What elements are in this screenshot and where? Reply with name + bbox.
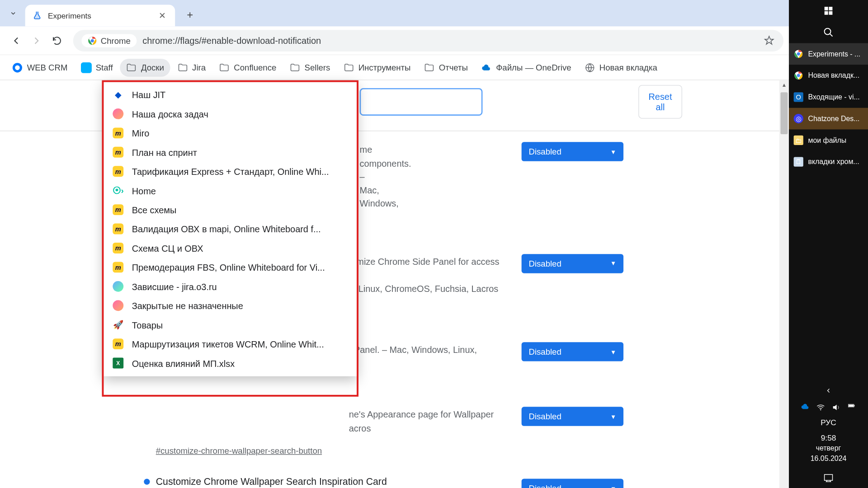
bookmark-label: WEB CRM bbox=[27, 63, 68, 72]
dropdown-item[interactable]: ◆Наш JIT bbox=[103, 85, 357, 104]
dropdown-item-label: Маршрутизация тикетов WCRM, Online Whit.… bbox=[132, 339, 324, 349]
onedrive-tray-icon[interactable] bbox=[800, 403, 810, 412]
volume-tray-icon[interactable] bbox=[831, 403, 841, 412]
taskbar-item[interactable]: OВходящие - vi... bbox=[789, 86, 868, 108]
bookmark-item[interactable]: Sellers bbox=[283, 58, 336, 76]
taskbar-item[interactable]: Новая вкладк... bbox=[789, 65, 868, 86]
site-icon bbox=[81, 62, 92, 73]
site-chip[interactable]: Chrome bbox=[81, 34, 137, 47]
dropdown-item[interactable]: mМаршрутизация тикетов WCRM, Online Whit… bbox=[103, 334, 357, 353]
dropdown-item[interactable]: Наша доска задач bbox=[103, 104, 357, 123]
folder-icon: 🗀 bbox=[794, 136, 803, 145]
flag-title: Customize Chrome Wallpaper Search Inspir… bbox=[156, 476, 387, 487]
taskbar-item[interactable]: ◎Chatzone Des... bbox=[789, 108, 868, 130]
tabs-dropdown-button[interactable] bbox=[5, 5, 22, 22]
search-button[interactable] bbox=[789, 22, 868, 43]
svg-point-13 bbox=[825, 28, 831, 35]
jira-icon: ◆ bbox=[113, 89, 123, 100]
dropdown-item[interactable]: mПлан на спринт bbox=[103, 143, 357, 162]
scroll-up-icon[interactable]: ▲ bbox=[779, 80, 789, 90]
bookmark-label: Sellers bbox=[305, 63, 330, 72]
bookmarks-folder-dropdown: ◆Наш JITНаша доска задачmMiromПлан на сп… bbox=[103, 81, 357, 376]
svg-point-19 bbox=[820, 409, 821, 410]
wifi-tray-icon[interactable] bbox=[816, 403, 826, 412]
dropdown-item-label: Схема СЦ и ОВХ bbox=[132, 243, 203, 253]
bookmark-item[interactable]: Файлы — OneDrive bbox=[475, 58, 577, 76]
dropdown-item-label: Наш JIT bbox=[132, 89, 166, 100]
reload-button[interactable] bbox=[47, 30, 67, 51]
site-icon bbox=[113, 281, 123, 292]
folder-icon bbox=[344, 62, 354, 73]
bookmark-label: Confluence bbox=[234, 63, 276, 72]
reset-all-button[interactable]: Reset all bbox=[638, 85, 682, 118]
dropdown-item[interactable]: Зависшие - jira.o3.ru bbox=[103, 277, 357, 296]
svg-rect-11 bbox=[825, 11, 828, 15]
miro-icon: m bbox=[113, 338, 123, 349]
svg-rect-22 bbox=[849, 405, 854, 407]
dropdown-item-label: Товары bbox=[132, 319, 163, 330]
dropdown-item[interactable]: Закрытые не назначенные bbox=[103, 296, 357, 315]
flag-anchor-link[interactable]: #customize-chrome-wallpaper-search-butto… bbox=[144, 446, 322, 455]
miro-icon: m bbox=[113, 166, 123, 177]
tab-close-button[interactable]: ✕ bbox=[157, 10, 168, 21]
taskbar-item[interactable]: 🗀мои файлы bbox=[789, 129, 868, 151]
new-tab-button[interactable]: + bbox=[181, 6, 199, 24]
flag-state-select[interactable]: Disabled▼ bbox=[522, 407, 623, 426]
dropdown-item-label: Зависшие - jira.o3.ru bbox=[132, 282, 217, 292]
address-bar[interactable]: Chrome chrome://flags/#enable-download-n… bbox=[73, 30, 783, 52]
bookmark-item[interactable]: Новая вкладка bbox=[578, 58, 663, 76]
bookmark-item[interactable]: WEB CRM bbox=[6, 58, 73, 76]
taskbar-item-label: Новая вкладк... bbox=[808, 71, 859, 80]
start-button[interactable] bbox=[789, 0, 868, 22]
miro-icon: m bbox=[113, 127, 123, 138]
action-center-button[interactable] bbox=[789, 467, 868, 488]
dropdown-item[interactable]: XОценка влияний МП.xlsx bbox=[103, 353, 357, 372]
dropdown-item[interactable]: mВалидация ОВХ в mapi, Online Whiteboard… bbox=[103, 219, 357, 238]
bookmark-label: Staff bbox=[96, 63, 113, 72]
clock[interactable]: 9:58 четверг 16.05.2024 bbox=[811, 433, 847, 464]
bookmark-label: Новая вкладка bbox=[599, 63, 657, 72]
site-chip-label: Chrome bbox=[101, 36, 131, 45]
taskbar-item[interactable]: Experiments - ... bbox=[789, 43, 868, 65]
dropdown-item[interactable]: 🚀Товары bbox=[103, 315, 357, 334]
flags-search-input[interactable] bbox=[360, 88, 483, 116]
bookmark-star-icon[interactable] bbox=[763, 34, 775, 47]
flag-state-select[interactable]: Disabled▼ bbox=[522, 142, 623, 161]
flag-state-select[interactable]: Disabled▼ bbox=[522, 342, 623, 361]
dropdown-item[interactable]: mВсе схемы bbox=[103, 200, 357, 219]
back-button[interactable] bbox=[6, 30, 26, 51]
svg-line-14 bbox=[830, 34, 833, 37]
miro-icon: m bbox=[113, 224, 123, 235]
battery-tray-icon[interactable] bbox=[847, 403, 857, 412]
dropdown-item[interactable]: mТарификация Express + Стандарт, Online … bbox=[103, 162, 357, 181]
dropdown-item[interactable]: mПремодерация FBS, Online Whiteboard for… bbox=[103, 258, 357, 277]
app-icon: ◎ bbox=[794, 114, 803, 123]
input-language-indicator[interactable]: РУС bbox=[821, 417, 836, 428]
tab[interactable]: Experiments ✕ bbox=[25, 5, 175, 27]
dropdown-item[interactable]: mMiro bbox=[103, 123, 357, 142]
chrome-icon bbox=[794, 49, 803, 59]
bookmark-item[interactable]: Доски bbox=[120, 58, 170, 76]
bookmark-item[interactable]: Отчеты bbox=[418, 58, 474, 76]
taskbar-item[interactable]: 🗒вкладки хром... bbox=[789, 151, 868, 173]
outlook-icon: O bbox=[794, 92, 803, 102]
scrollbar[interactable]: ▲ bbox=[779, 80, 789, 488]
scrollbar-thumb[interactable] bbox=[780, 92, 788, 134]
svg-point-16 bbox=[797, 52, 800, 56]
flag-state-select[interactable]: Disabled▼ bbox=[522, 254, 623, 273]
flag-state-select[interactable]: Disabled▼ bbox=[522, 479, 623, 488]
dropdown-item-label: Наша доска задач bbox=[132, 109, 208, 119]
tray-expand-button[interactable] bbox=[789, 382, 868, 399]
svg-rect-9 bbox=[825, 7, 828, 10]
bookmark-item[interactable]: Staff bbox=[75, 58, 119, 76]
dropdown-item[interactable]: ⦿›Home bbox=[103, 181, 357, 200]
bookmark-item[interactable]: Инструменты bbox=[337, 58, 416, 76]
bookmark-item[interactable]: Confluence bbox=[213, 58, 283, 76]
taskbar-item-label: мои файлы bbox=[808, 136, 846, 145]
taskbar-item-label: Входящие - vi... bbox=[808, 93, 859, 102]
dropdown-item-label: Валидация ОВХ в mapi, Online Whiteboard … bbox=[132, 224, 321, 234]
folder-icon bbox=[424, 62, 435, 73]
globe-icon bbox=[585, 62, 595, 73]
dropdown-item[interactable]: mСхема СЦ и ОВХ bbox=[103, 239, 357, 258]
bookmark-item[interactable]: Jira bbox=[171, 58, 212, 76]
